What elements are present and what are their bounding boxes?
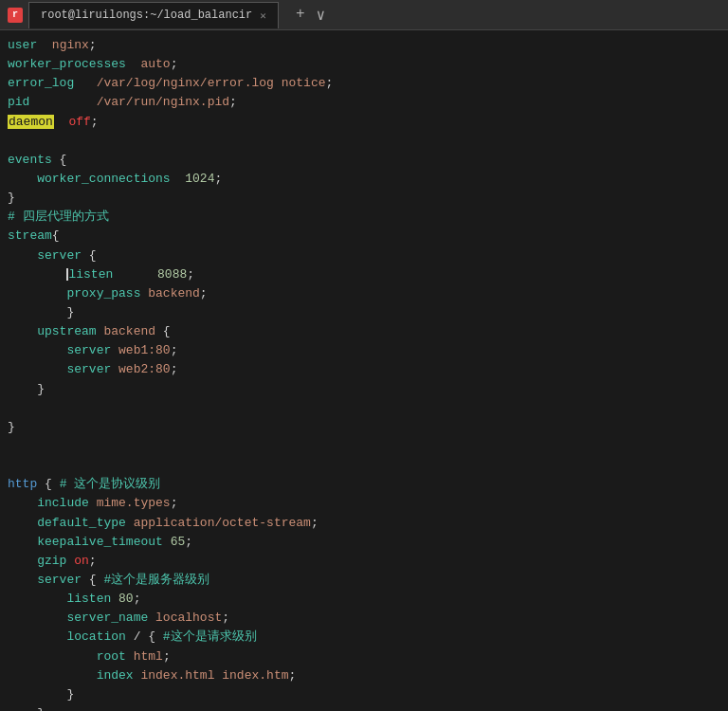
titlebar: r root@liruilongs:~/load_balancir ✕ + ∨ <box>0 0 728 30</box>
dropdown-button[interactable]: ∨ <box>312 6 329 25</box>
tab-close-button[interactable]: ✕ <box>260 9 266 22</box>
tab-title: root@liruilongs:~/load_balancir <box>41 9 252 22</box>
tab[interactable]: root@liruilongs:~/load_balancir ✕ <box>28 2 279 28</box>
code-editor[interactable]: user nginx; worker_processes auto; error… <box>0 30 728 711</box>
titlebar-buttons: + ∨ <box>292 6 329 25</box>
terminal-icon: r <box>8 8 23 23</box>
add-tab-button[interactable]: + <box>292 6 309 25</box>
